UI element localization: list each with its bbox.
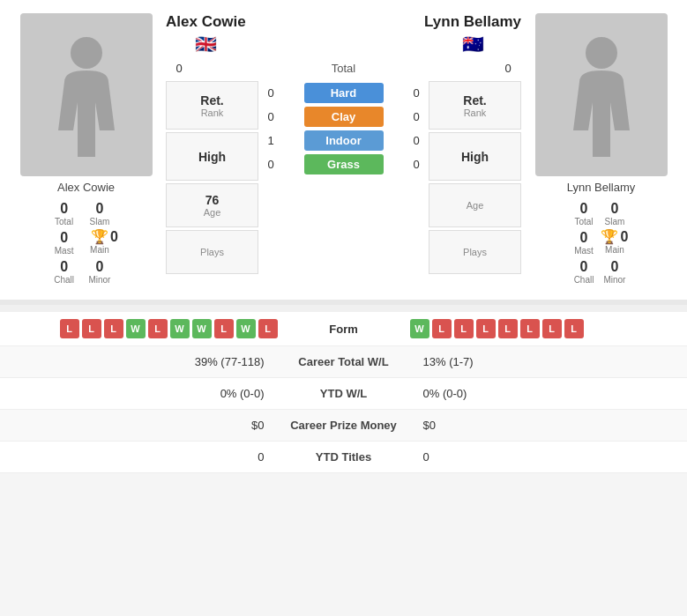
form-badge-l: L [432, 319, 452, 338]
player2-trophy-icon: 🏆 [601, 228, 618, 245]
player1-mast-row: 0 Mast [54, 228, 74, 257]
hard-badge-container: Hard [285, 83, 402, 103]
player2-slam-stat: 0 Slam [601, 199, 628, 228]
player2-minor-value: 0 [610, 259, 618, 275]
player1-header: Alex Cowie 🇬🇧 [166, 13, 246, 55]
grass-badge-container: Grass [285, 154, 402, 174]
player1-column: Alex Cowie 0 Total 0 Slam 0 Mast 0 [13, 13, 159, 286]
player2-plays-label: Plays [463, 247, 487, 257]
player1-total-stat: 0 Total [54, 199, 74, 228]
p1-grass-score: 0 [262, 158, 280, 171]
player2-name-label: Lynn Bellamy [567, 181, 636, 194]
svg-point-0 [71, 37, 102, 69]
form-badge-l: L [60, 319, 79, 338]
p1-indoor-score: 1 [262, 134, 280, 147]
player1-mast-label: Mast [55, 246, 74, 256]
p2-ytd-wl: 0% (0-0) [423, 387, 675, 400]
p1-hard-score: 0 [262, 86, 280, 100]
player2-main-label: Main [605, 245, 624, 255]
player1-age-value: 76 [205, 193, 220, 207]
player1-main-label: Main [90, 245, 109, 255]
total-label-center: Total [198, 62, 489, 75]
form-badge-l: L [498, 319, 518, 338]
p2-total-score: 0 [495, 62, 521, 75]
ytd-wl-label: YTD W/L [265, 387, 423, 400]
player2-chall-stat: 0 Chall [574, 257, 594, 286]
player2-rank-value: Ret. [463, 93, 486, 108]
player2-minor-stat: 0 Minor [601, 257, 628, 286]
p1-clay-score: 0 [262, 110, 280, 123]
player2-main-value: 0 [620, 229, 628, 245]
career-wl-row: 39% (77-118) Career Total W/L 13% (1-7) [0, 346, 687, 378]
center-column: Alex Cowie 🇬🇧 Lynn Bellamy 🇦🇺 0 Total 0 [166, 13, 521, 286]
hard-badge: Hard [304, 83, 384, 103]
player1-total-label: Total [55, 217, 73, 226]
player2-chall-label: Chall [574, 275, 594, 285]
form-badge-l: L [476, 319, 496, 338]
player2-trophy-area: 🏆 0 Main [601, 228, 628, 257]
player2-high-box: High [429, 132, 521, 181]
player2-chall-value: 0 [580, 259, 588, 275]
player1-minor-value: 0 [95, 259, 103, 275]
player1-high-value: High [198, 150, 226, 164]
form-badge-l: L [148, 319, 168, 338]
player1-slam-stat: 0 Slam [81, 199, 118, 228]
ytd-wl-row: 0% (0-0) YTD W/L 0% (0-0) [0, 378, 687, 410]
player1-mast-value: 0 [60, 230, 68, 246]
player1-total-value: 0 [60, 201, 68, 217]
player1-info-col: Ret. Rank High 76 Age Plays [166, 81, 258, 274]
form-badge-w: W [170, 319, 190, 338]
form-badge-w: W [236, 319, 256, 338]
p1-ytd-wl: 0% (0-0) [13, 387, 265, 400]
surfaces-column: 0 Hard 0 0 Clay 0 [262, 81, 425, 274]
player1-age-box: 76 Age [166, 183, 258, 227]
p1-career-prize: $0 [13, 419, 265, 432]
form-badge-w: W [192, 319, 212, 338]
player1-high-box: High [166, 132, 258, 181]
names-row: Alex Cowie 🇬🇧 Lynn Bellamy 🇦🇺 [166, 13, 521, 55]
player1-chall-stat: 0 Chall [54, 257, 74, 286]
player1-minor-stat: 0 Minor [81, 257, 118, 286]
p2-ytd-titles: 0 [423, 450, 675, 464]
svg-point-1 [586, 37, 617, 69]
form-badge-l: L [520, 319, 540, 338]
p2-hard-score: 0 [407, 86, 425, 100]
p2-grass-score: 0 [407, 158, 425, 171]
player1-rank-label: Rank [201, 108, 224, 118]
player1-name-label: Alex Cowie [57, 181, 115, 194]
player1-avatar [20, 13, 153, 176]
player1-chall-value: 0 [60, 259, 68, 275]
player2-rank-label: Rank [464, 108, 487, 118]
player1-rank-box: Ret. Rank [166, 81, 258, 130]
player2-rank-box: Ret. Rank [429, 81, 521, 130]
player1-plays-label: Plays [200, 247, 224, 257]
player1-flag: 🇬🇧 [195, 33, 217, 55]
player1-trophy-icon: 🏆 [91, 228, 108, 245]
p2-clay-score: 0 [407, 110, 425, 123]
player2-name-center: Lynn Bellamy [424, 13, 521, 31]
player1-slam-value: 0 [95, 201, 103, 217]
player1-name-center: Alex Cowie [166, 13, 246, 31]
form-badge-l: L [258, 319, 278, 338]
player2-total-label: Total [574, 217, 593, 226]
player2-mast-label: Mast [574, 246, 594, 256]
player1-rank-value: Ret. [200, 93, 223, 108]
player1-main-value: 0 [110, 229, 118, 245]
career-prize-row: $0 Career Prize Money $0 [0, 410, 687, 442]
grass-row: 0 Grass 0 [262, 154, 425, 174]
player2-age-box: Age [429, 183, 521, 227]
player2-avatar [535, 13, 668, 176]
career-prize-label: Career Prize Money [265, 419, 423, 432]
total-row: 0 Total 0 [166, 62, 521, 75]
comparison-section: Alex Cowie 0 Total 0 Slam 0 Mast 0 [0, 0, 687, 305]
player1-form: LLLWLWWLWL [13, 319, 278, 338]
player2-mast-value: 0 [580, 230, 588, 246]
form-badge-l: L [564, 319, 584, 338]
center-main-layout: Ret. Rank High 76 Age Plays [166, 81, 521, 274]
clay-badge-container: Clay [285, 107, 402, 127]
player2-info-col: Ret. Rank High Age Plays [429, 81, 521, 274]
form-badge-w: W [410, 319, 429, 338]
player2-total-stat: 0 Total [574, 199, 594, 228]
indoor-row: 1 Indoor 0 [262, 130, 425, 151]
p1-ytd-titles: 0 [13, 450, 265, 464]
